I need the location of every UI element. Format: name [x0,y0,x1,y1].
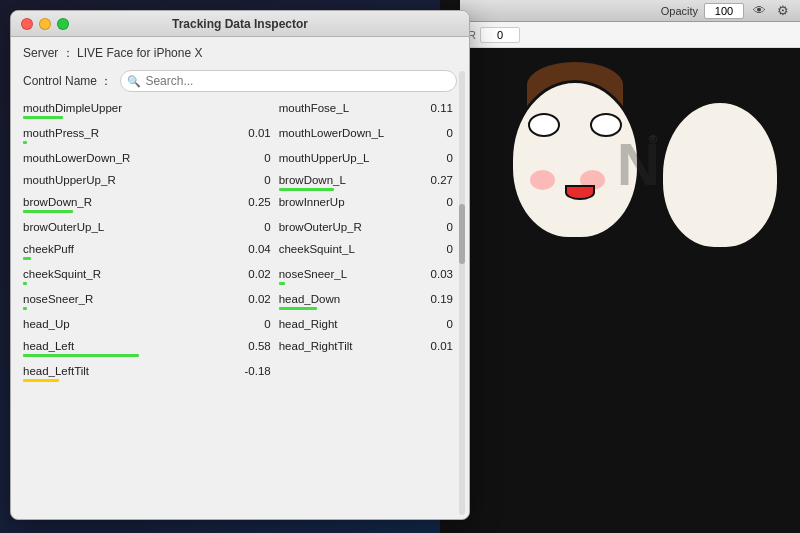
table-row: mouthDimpleUpper mouthFose_L 0.11 [23,100,457,125]
row-name-2: head_Right [275,316,414,332]
table-row: noseSneer_R 0.02 head_Down 0.19 [23,291,457,316]
table-row: head_Left 0.58 head_RightTilt 0.01 [23,338,457,363]
row-name-1: cheekSquint_R [23,266,231,291]
row-val-2: 0.03 [414,266,457,282]
cartoon-cheek-left [530,170,555,190]
row-val-1: 0 [231,316,274,332]
row-name-2 [275,363,414,367]
row-val-2: 0.19 [414,291,457,307]
row-val-1: -0.18 [231,363,274,379]
maximize-button[interactable] [57,18,69,30]
table-row: cheekSquint_R 0.02 noseSneer_L 0.03 [23,266,457,291]
indicator-bar [279,282,285,285]
row-val-2: 0 [414,316,457,332]
row-val-2: 0.27 [414,172,457,188]
search-icon: 🔍 [127,75,141,88]
panel-body: Server ： LIVE Face for iPhone X Control … [11,37,469,519]
indicator-bar [279,188,334,191]
row-name-1: head_Left [23,338,231,363]
row-name-2: cheekSquint_L [275,241,414,257]
data-table: mouthDimpleUpper mouthFose_L 0.11 mouthP… [23,100,457,388]
row-val-1: 0.25 [231,194,274,210]
row-val-1 [231,100,274,104]
indicator-bar [23,307,27,310]
r-input[interactable] [480,27,520,43]
scrollbar-thumb[interactable] [459,204,465,264]
table-row: mouthPress_R 0.01 mouthLowerDown_L 0 [23,125,457,150]
row-val-1: 0 [231,150,274,166]
row-val-1: 0 [231,219,274,235]
panel-title: Tracking Data Inspector [172,17,308,31]
row-val-1: 0.04 [231,241,274,257]
logo-registered: ® [649,133,657,145]
row-val-2: 0 [414,150,457,166]
opacity-label: Opacity [661,5,698,17]
table-row: head_LeftTilt -0.18 [23,363,457,388]
table-row: cheekPuff 0.04 cheekSquint_L 0 [23,241,457,266]
indicator-bar [23,354,139,357]
row-val-2: 0.01 [414,338,457,354]
indicator-bar [23,141,27,144]
table-row: head_Up 0 head_Right 0 [23,316,457,338]
server-name: LIVE Face for iPhone X [77,46,202,60]
row-val-2: 0 [414,125,457,141]
row-name-2: mouthUpperUp_L [275,150,414,166]
panel-titlebar: Tracking Data Inspector [11,11,469,37]
search-wrapper: 🔍 [120,70,457,92]
row-name-1: mouthUpperUp_R [23,172,231,192]
indicator-bar [23,257,31,260]
indicator-bar [23,379,59,382]
server-label-text: Server ： [23,46,74,60]
indicator-bar [23,116,63,119]
row-val-2: 0 [414,219,457,235]
row-name-2: browDown_L [275,172,414,193]
table-row: mouthLowerDown_R 0 mouthUpperUp_L 0 [23,150,457,172]
row-val-2: 0 [414,241,457,257]
row-val-2 [414,363,457,367]
table-row: mouthUpperUp_R 0 browDown_L 0.27 [23,172,457,194]
indicator-bar [23,210,73,213]
row-name-2: mouthFose_L [275,100,414,116]
indicator-bar [279,307,317,310]
cartoon-lips [565,185,595,200]
row-name-2: head_RightTilt [275,338,414,354]
row-val-2: 0 [414,194,457,210]
cartoon-face-right [660,100,780,250]
row-val-1: 0.01 [231,125,274,141]
inspector-panel: Tracking Data Inspector Server ： LIVE Fa… [10,10,470,520]
cartoon-background: N ® [440,0,800,533]
row-val-1: 0.02 [231,266,274,282]
row-name-2: noseSneer_L [275,266,414,287]
control-name-label: Control Name ： [23,73,112,90]
indicator-bar [23,282,27,285]
row-name-1: mouthDimpleUpper [23,100,231,125]
server-info: Server ： LIVE Face for iPhone X [23,45,457,62]
opacity-input[interactable] [704,3,744,19]
row-val-1: 0.58 [231,338,274,354]
row-name-2: browInnerUp [275,194,414,210]
minimize-button[interactable] [39,18,51,30]
row-name-1: browOuterUp_L [23,219,231,239]
row-name-2: head_Down [275,291,414,312]
row-val-2: 0.11 [414,100,457,116]
search-input[interactable] [120,70,457,92]
close-button[interactable] [21,18,33,30]
row-name-1: browDown_R [23,194,231,219]
row-name-1: noseSneer_R [23,291,231,316]
row-name-1: mouthPress_R [23,125,231,150]
control-label-row: Control Name ： 🔍 [23,70,457,92]
settings-icon[interactable]: ⚙ [774,2,792,20]
eye-icon[interactable]: 👁 [750,2,768,20]
scrollbar[interactable] [459,71,465,515]
row-name-2: mouthLowerDown_L [275,125,414,141]
table-row: browDown_R 0.25 browInnerUp 0 [23,194,457,219]
row-name-1: head_LeftTilt [23,363,231,388]
window-controls [21,18,69,30]
table-row: browOuterUp_L 0 browOuterUp_R 0 [23,219,457,241]
row-val-1: 0.02 [231,291,274,307]
top-toolbar: Opacity 👁 ⚙ [460,0,800,22]
row-name-1: mouthLowerDown_R [23,150,231,170]
row-name-1: cheekPuff [23,241,231,266]
row-name-2: browOuterUp_R [275,219,414,235]
row-val-1: 0 [231,172,274,188]
